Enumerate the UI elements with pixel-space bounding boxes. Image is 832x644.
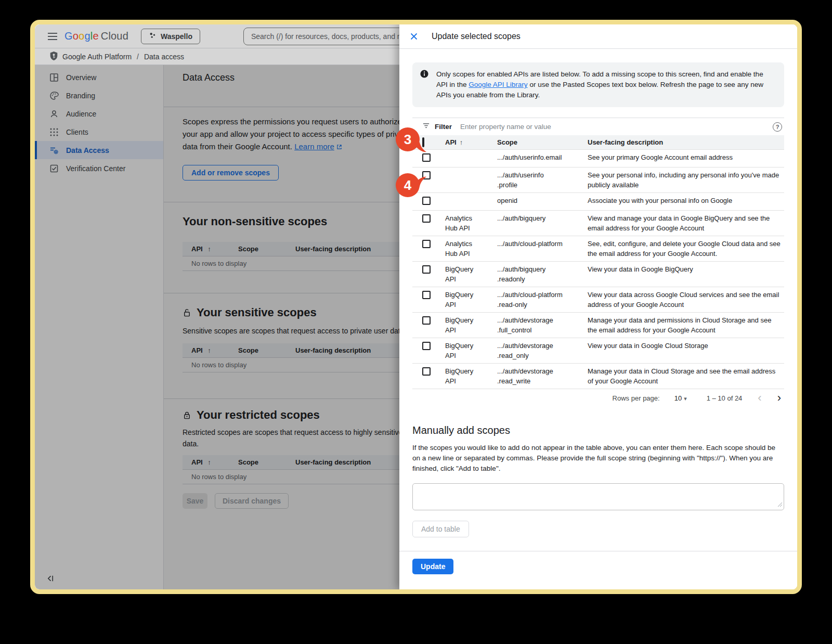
col-scope[interactable]: Scope	[497, 138, 588, 146]
description-cell: See your primary Google Account email ad…	[588, 152, 784, 164]
checkbox-cell	[412, 366, 445, 386]
update-scopes-panel: Update selected scopes Only scopes for e…	[399, 24, 797, 589]
manual-add-scopes-title: Manually add scopes	[412, 424, 784, 436]
api-cell	[445, 152, 497, 164]
table-row: openidAssociate you with your personal i…	[412, 193, 784, 211]
description-cell: Associate you with your personal info on…	[588, 196, 784, 208]
next-page-button[interactable]: ›	[777, 392, 781, 404]
annotation-badge-4: 4	[395, 168, 428, 200]
table-row: AnalyticsHub API.../auth/cloud-platformS…	[412, 236, 784, 262]
col-description[interactable]: User-facing description	[588, 138, 784, 146]
description-cell: See your personal info, including any pe…	[588, 170, 784, 190]
api-cell: BigQueryAPI	[445, 366, 497, 386]
api-cell	[445, 170, 497, 190]
col-api[interactable]: API↑	[445, 138, 497, 146]
scope-cell: .../auth/bigquery	[497, 213, 588, 233]
browser-window: GoogleCloud Waspello Google Auth Platfor…	[30, 20, 802, 594]
checkbox-cell	[412, 213, 445, 233]
filter-label: Filter	[435, 123, 452, 131]
api-cell: BigQueryAPI	[445, 341, 497, 360]
prev-page-button[interactable]: ‹	[758, 392, 761, 404]
description-cell: See, edit, configure, and delete your Go…	[588, 239, 784, 259]
row-checkbox[interactable]	[422, 214, 431, 223]
filter-bar: Filter ?	[412, 118, 784, 135]
description-cell: Manage your data and permissions in Clou…	[588, 315, 784, 335]
scope-cell: .../auth/userinfo.email	[497, 152, 588, 164]
info-banner: Only scopes for enabled APIs are listed …	[412, 62, 784, 107]
scope-cell: .../auth/devstorage.full_control	[497, 315, 588, 335]
api-cell: BigQueryAPI	[445, 290, 497, 310]
scope-cell: .../auth/devstorage.read_only	[497, 341, 588, 360]
badge-4-number: 4	[404, 177, 412, 193]
scopes-table-body: .../auth/userinfo.emailSee your primary …	[412, 150, 784, 389]
help-icon[interactable]: ?	[773, 122, 782, 132]
google-api-library-link[interactable]: Google API Library	[469, 81, 527, 88]
description-cell: Manage your data in Cloud Storage and se…	[588, 366, 784, 386]
checkbox-cell	[412, 315, 445, 335]
table-row: BigQueryAPI.../auth/devstorage.read_only…	[412, 338, 784, 364]
scope-cell: .../auth/bigquery.readonly	[497, 264, 588, 284]
api-cell	[445, 196, 497, 208]
info-text: Only scopes for enabled APIs are listed …	[436, 69, 776, 100]
scope-cell: .../auth/cloud-platform	[497, 239, 588, 259]
api-cell: BigQueryAPI	[445, 264, 497, 284]
api-cell: BigQueryAPI	[445, 315, 497, 335]
badge-3-number: 3	[404, 132, 411, 147]
page-size-select[interactable]: 10▾	[674, 394, 687, 402]
scopes-table-area: Filter ? API↑ Scope User-facing descript…	[412, 118, 784, 407]
table-row: BigQueryAPI.../auth/cloud-platform.read-…	[412, 287, 784, 313]
row-checkbox[interactable]	[422, 316, 431, 325]
annotation-badge-3: 3	[395, 127, 428, 158]
filter-input[interactable]	[460, 123, 773, 131]
info-icon	[420, 69, 429, 100]
manual-add-scopes-section: Manually add scopes If the scopes you wo…	[412, 424, 784, 537]
description-cell: View your data across Google Cloud servi…	[588, 290, 784, 310]
row-checkbox[interactable]	[422, 240, 431, 248]
page-range: 1 – 10 of 24	[707, 394, 743, 402]
screenshot-canvas: GoogleCloud Waspello Google Auth Platfor…	[0, 0, 832, 644]
table-row: AnalyticsHub API.../auth/bigqueryView an…	[412, 211, 784, 236]
close-icon[interactable]	[410, 32, 418, 41]
scope-cell: openid	[497, 196, 588, 208]
description-cell: View your data in Google BigQuery	[588, 264, 784, 284]
api-cell: AnalyticsHub API	[445, 239, 497, 259]
scope-cell: .../auth/userinfo.profile	[497, 170, 588, 190]
overlay-scrim[interactable]	[35, 65, 399, 589]
add-to-table-button[interactable]: Add to table	[412, 521, 469, 537]
rows-per-page-label: Rows per page:	[613, 394, 660, 402]
scope-cell: .../auth/devstorage.read_write	[497, 366, 588, 386]
table-row: BigQueryAPI.../auth/devstorage.read_writ…	[412, 364, 784, 389]
scopes-table-header: API↑ Scope User-facing description	[412, 135, 784, 150]
divider	[399, 551, 797, 551]
row-checkbox[interactable]	[422, 291, 431, 299]
caret-down-icon: ▾	[684, 395, 687, 402]
description-cell: View your data in Google Cloud Storage	[588, 341, 784, 360]
app-root: GoogleCloud Waspello Google Auth Platfor…	[35, 24, 797, 589]
panel-header: Update selected scopes	[399, 24, 797, 49]
table-row: .../auth/userinfo.emailSee your primary …	[412, 150, 784, 168]
api-cell: AnalyticsHub API	[445, 213, 497, 233]
overlay-scrim	[35, 24, 399, 65]
table-row: .../auth/userinfo.profileSee your person…	[412, 168, 784, 193]
row-checkbox[interactable]	[422, 265, 431, 274]
table-row: BigQueryAPI.../auth/bigquery.readonlyVie…	[412, 262, 784, 287]
row-checkbox[interactable]	[422, 367, 431, 376]
checkbox-cell	[412, 290, 445, 310]
resize-handle[interactable]	[777, 500, 783, 509]
manual-add-scopes-description: If the scopes you would like to add do n…	[412, 443, 784, 474]
panel-title: Update selected scopes	[432, 32, 521, 41]
checkbox-cell	[412, 239, 445, 259]
sort-asc-icon: ↑	[460, 138, 463, 146]
row-checkbox[interactable]	[422, 342, 431, 350]
scope-cell: .../auth/cloud-platform.read-only	[497, 290, 588, 310]
manual-scopes-textarea[interactable]	[412, 483, 784, 510]
update-button[interactable]: Update	[412, 559, 453, 574]
pagination: Rows per page: 10▾ 1 – 10 of 24 ‹ ›	[412, 389, 784, 407]
checkbox-cell	[412, 264, 445, 284]
description-cell: View and manage your data in Google BigQ…	[588, 213, 784, 233]
table-row: BigQueryAPI.../auth/devstorage.full_cont…	[412, 313, 784, 338]
checkbox-cell	[412, 341, 445, 360]
